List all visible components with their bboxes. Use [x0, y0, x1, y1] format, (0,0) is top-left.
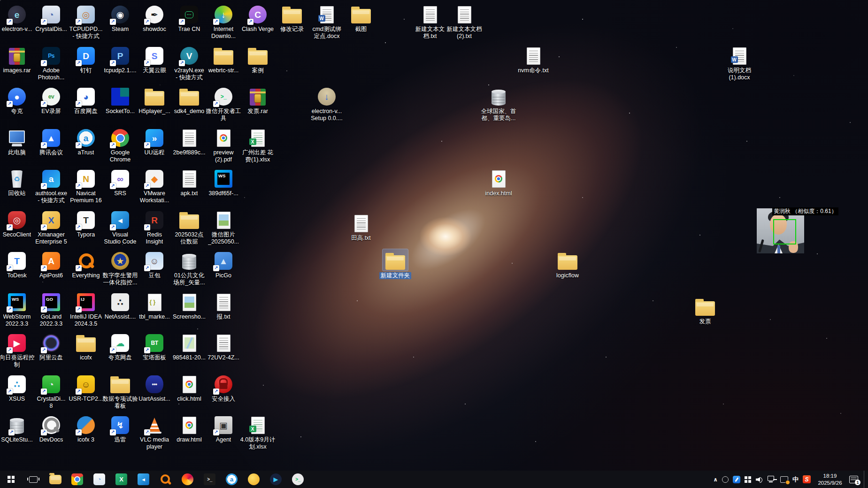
show-desktop-button[interactable] [864, 471, 867, 488]
pinned-apps: ◔X◂>_a▶>_ [44, 471, 309, 488]
desktop-icon-file-389df65f[interactable]: WS389df65f-... [203, 167, 244, 197]
police-badge-app-icon: ★ [111, 252, 129, 270]
desktop-icon-electron-setup[interactable]: ↓electron-v... Setup 0.0.... [306, 85, 347, 122]
tray-blue-app-icon [733, 476, 740, 483]
shortcut-arrow-icon: ↗ [7, 389, 13, 395]
icon-label: 说明文档 (1).docx [728, 67, 751, 82]
shortcut-arrow-icon: ↗ [110, 224, 116, 230]
face-recognition-overlay[interactable]: 黄润秋 （相似度：0.61） [757, 208, 804, 253]
usr-tcp232-icon: ☺↗ [77, 375, 95, 393]
shortcut-arrow-icon: ↗ [76, 183, 82, 189]
icon-label: VLC media player [140, 436, 169, 451]
quark-icon: ●↗ [8, 88, 26, 106]
desktop-icon-file-72uv2[interactable]: 72UV2-4Z... [203, 331, 244, 361]
desktop-icon-grid: e↗electron-v...◔↗CrystalDis...◎↗TCPUDPD.… [0, 0, 868, 471]
desktop-icon-index-html[interactable]: index.html [478, 167, 519, 197]
desktop-icon-folder-jietu[interactable]: 截图 [340, 3, 382, 33]
tray-volume[interactable] [755, 476, 763, 483]
icon-label: 迅雷 [115, 436, 126, 443]
desktop-icon-fapiao-folder[interactable]: 发票 [684, 295, 726, 325]
clock-time: 18:19 [823, 473, 837, 480]
icon-label: 安全接入 [212, 396, 235, 403]
taskbar-app-chrome[interactable] [66, 471, 88, 488]
start-button[interactable] [0, 471, 22, 488]
desktop-icon-guangzhou-xlsx[interactable]: 广州出差 花 费(1).xlsx [237, 126, 278, 164]
icon-label: index.html [485, 190, 512, 197]
icon-label: Screensho... [173, 313, 206, 320]
desktop-icon-secure-access[interactable]: ↗安全接入 [203, 373, 244, 403]
taskbar-app-terminal[interactable]: >_ [199, 471, 221, 488]
task-view-button[interactable] [22, 471, 44, 488]
vmware-icon: ◆↗ [146, 170, 163, 188]
file-explorer-icon [49, 475, 61, 484]
idm-icon: ↓↗ [215, 6, 232, 23]
click-html-icon [183, 376, 196, 393]
shortcut-arrow-icon: ↗ [41, 183, 47, 189]
tcpudp21-icon: P↗ [111, 47, 129, 65]
icon-label: Xmanager Enterprise 5 [35, 231, 67, 246]
trae-cn-icon: ···↗ [180, 6, 198, 23]
tencent-meeting-icon: ▲↗ [42, 129, 60, 147]
tray-tray-panes-app[interactable] [745, 476, 751, 483]
desktop-icon-tiangao-txt[interactable]: 田高.txt [340, 212, 382, 242]
tray-tray-blue-app[interactable] [733, 476, 740, 483]
desktop-icon-bao-txt[interactable]: 报.txt [203, 290, 244, 320]
taskbar-app-vscode[interactable]: ◂ [132, 471, 154, 488]
shortcut-arrow-icon: ↗ [41, 224, 47, 230]
desktop-icon-folder-anli[interactable]: 案例 [237, 44, 278, 74]
taskbar-app-everything-search[interactable] [154, 471, 177, 488]
desktop-icon-fapiao-rar[interactable]: 发票.rar [237, 85, 278, 115]
desktop-icon-nvm-txt[interactable]: nvm命令.txt [513, 44, 554, 74]
shortcut-arrow-icon: ↗ [110, 183, 116, 189]
navicat-icon: N↗ [77, 170, 95, 188]
icon-label: SQLiteStu... [1, 436, 32, 443]
folder-jietu-icon [351, 9, 371, 23]
icon-label: Steam [112, 26, 129, 33]
wechat-devtools-icon: >_↗ [215, 88, 232, 106]
icon-label: icofx 3 [77, 436, 94, 443]
icon-label: images.rar [3, 67, 31, 74]
clock[interactable]: 18:19 2025/9/26 [815, 473, 845, 487]
desktop-icon-new-text-doc-2[interactable]: 新建文本文档 (2).txt [444, 3, 485, 40]
icon-label: Agent [216, 436, 231, 443]
taskbar-app-atrust[interactable]: a [221, 471, 243, 488]
taskbar-app-excel[interactable]: X [110, 471, 132, 488]
icon-label: 百度网盘 [74, 108, 98, 115]
icon-label: preview (2).pdf [213, 149, 233, 164]
desktop-icon-logicflow[interactable]: logicflow [547, 249, 588, 279]
shortcut-arrow-icon: ↗ [76, 389, 82, 395]
taskbar-app-wechat-devtools[interactable]: >_ [287, 471, 309, 488]
desktop-icon-new-folder[interactable]: 新建文件夹 [375, 249, 416, 279]
tray-sogou-input[interactable]: S [803, 475, 811, 483]
tray-network[interactable] [768, 476, 776, 483]
icon-label: 发票.rar [247, 108, 268, 115]
webstorm-icon: WS↗ [8, 293, 26, 311]
tray-panes-app-icon [745, 476, 751, 483]
taskbar-app-firefox[interactable] [177, 471, 199, 488]
tray-input-method[interactable]: 中 [792, 475, 799, 484]
thunder-icon: ↯↗ [111, 416, 129, 434]
desktop-icon-shuoming-docx[interactable]: 说明文档 (1).docx [719, 44, 760, 82]
notification-center-button[interactable]: 1 [849, 476, 858, 483]
taskbar-app-media-player[interactable]: ▶ [265, 471, 287, 488]
tray-hidden-icons-expand[interactable]: ∧ [713, 476, 718, 483]
taskbar-app-pinned-app-yellow[interactable] [243, 471, 265, 488]
map-985481-icon [183, 335, 196, 352]
electron-v-icon: e↗ [8, 6, 26, 23]
shuoming-docx-icon [733, 47, 746, 65]
desktop-icon-global-countries-db[interactable]: 全球国家、首 都、重要岛... [478, 85, 519, 122]
desktop-background[interactable]: e↗electron-v...◔↗CrystalDis...◎↗TCPUDPD.… [0, 0, 868, 471]
icon-label: DevDocs [39, 436, 63, 443]
system-tray: ∧中S 18:19 2025/9/26 1 [713, 471, 868, 488]
icon-label: Redis Insight [146, 231, 163, 246]
icon-label: Navicat Premium 16 [70, 190, 101, 205]
taskbar-app-file-explorer[interactable] [44, 471, 66, 488]
desktop-icon-picgo[interactable]: ▲↗PicGo [203, 249, 244, 279]
icon-label: IntelliJ IDEA 2024.3.5 [70, 313, 102, 328]
desktop-icon-plan-xlsx[interactable]: 4.0版本9月计 划.xlsx [237, 413, 278, 451]
taskbar-app-pinned-app-light[interactable]: ◔ [88, 471, 110, 488]
tray-tray-circle-app[interactable] [722, 476, 729, 483]
tray-screen-capture[interactable] [780, 476, 788, 483]
desktop-icon-wechat-img-2025050[interactable]: 微信图片 _2025050... [203, 208, 244, 246]
tianyi-cloud-eye-icon: S↗ [146, 47, 163, 65]
